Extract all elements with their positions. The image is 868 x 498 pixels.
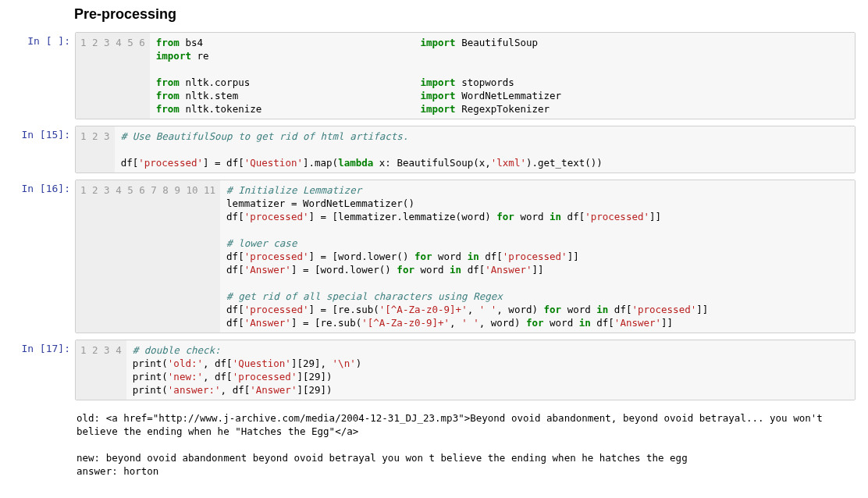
input-prompt: In [15]: <box>0 126 75 173</box>
stdout-output: old: <a href="http://www.j-archive.com/m… <box>75 407 856 479</box>
input-area[interactable]: 1 2 3 4 5 6 from bs4 import BeautifulSou… <box>75 32 856 119</box>
input-prompt: In [ ]: <box>0 32 75 119</box>
notebook: Pre-processing In [ ]: 1 2 3 4 5 6 from … <box>0 0 868 498</box>
output-cell: old: <a href="http://www.j-archive.com/m… <box>0 407 856 479</box>
output-prompt <box>0 407 75 479</box>
code-cell[interactable]: In [15]: 1 2 3 # Use BeautifulSoup to ge… <box>0 126 856 173</box>
input-prompt: In [16]: <box>0 180 75 333</box>
input-prompt: In [17]: <box>0 340 75 400</box>
line-numbers: 1 2 3 4 <box>76 340 126 400</box>
input-area[interactable]: 1 2 3 4 5 6 7 8 9 10 11 # Initialize Lem… <box>75 180 856 333</box>
input-area[interactable]: 1 2 3 4 # double check: print('old:', df… <box>75 340 856 400</box>
code-cell[interactable]: In [17]: 1 2 3 4 # double check: print('… <box>0 340 856 400</box>
code-cell[interactable]: In [ ]: 1 2 3 4 5 6 from bs4 import Beau… <box>0 32 856 119</box>
line-numbers: 1 2 3 4 5 6 7 8 9 10 11 <box>76 180 220 333</box>
code-editor[interactable]: from bs4 import BeautifulSoup import re … <box>150 33 855 119</box>
section-heading: Pre-processing <box>74 6 856 23</box>
input-area[interactable]: 1 2 3 # Use BeautifulSoup to get rid of … <box>75 126 856 173</box>
code-editor[interactable]: # Use BeautifulSoup to get rid of html a… <box>115 126 855 173</box>
line-numbers: 1 2 3 4 5 6 <box>76 33 150 119</box>
code-editor[interactable]: # double check: print('old:', df['Questi… <box>126 340 855 400</box>
markdown-cell: Pre-processing <box>74 6 856 23</box>
code-cell[interactable]: In [16]: 1 2 3 4 5 6 7 8 9 10 11 # Initi… <box>0 180 856 333</box>
code-editor[interactable]: # Initialize Lemmatizer lemmatizer = Wor… <box>220 180 855 333</box>
line-numbers: 1 2 3 <box>76 126 115 173</box>
